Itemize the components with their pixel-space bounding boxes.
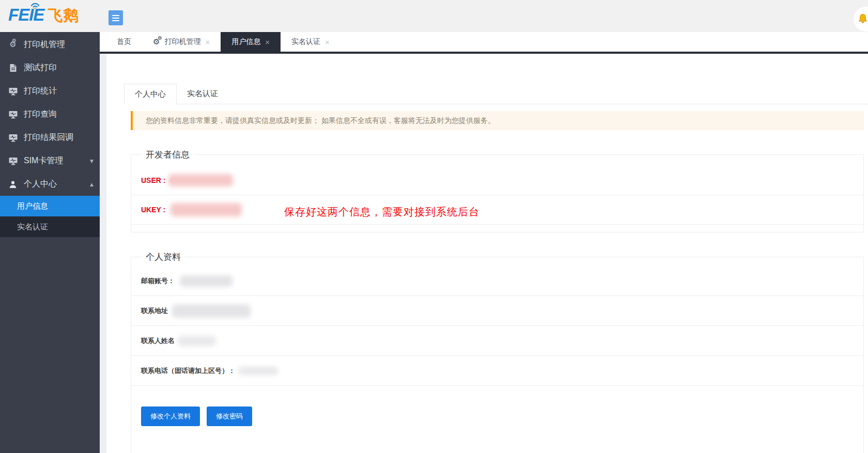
main-area: 首页 ⚙⚙ 打印机管理 × 用户信息 × 实名认证 × <box>100 32 868 453</box>
contact-name-label: 联系人姓名 <box>141 336 175 346</box>
contact-name-row: 联系人姓名 <box>131 326 863 356</box>
sidebar-subitem-user-info[interactable]: 用户信息 <box>0 196 100 216</box>
redacted-address-value <box>172 304 251 318</box>
content-tab-personal-center[interactable]: 个人中心 <box>124 84 177 104</box>
tab-printer-management[interactable]: ⚙⚙ 打印机管理 × <box>142 32 221 52</box>
sidebar-item-printer-management[interactable]: ⚙⚙ 打印机管理 <box>0 33 100 56</box>
sidebar-nav: ⚙⚙ 打印机管理 测试打印 打印统计 打印查询 打印结果回调 <box>0 32 100 453</box>
email-row: 邮箱账号： <box>131 266 863 296</box>
sidebar-item-label: 个人中心 <box>24 179 57 190</box>
bell-icon <box>857 13 868 25</box>
developer-info-section: 开发者信息 USER : 4 UKEY : 保存好这两个信息， <box>131 149 864 232</box>
gears-icon: ⚙⚙ <box>153 38 160 46</box>
ukey-row: UKEY : <box>131 195 863 225</box>
workspace: 个人中心 实名认证 您的资料信息非常重要，请提供真实信息或及时更新； 如果信息不… <box>100 54 868 453</box>
app-header: FEIE 飞鹅 <box>0 0 868 32</box>
sidebar-item-label: 打印机管理 <box>24 39 65 50</box>
content-tab-realname-auth[interactable]: 实名认证 <box>177 84 228 104</box>
redacted-ukey-value <box>171 203 242 216</box>
info-notice-banner: 您的资料信息非常重要，请提供真实信息或及时更新； 如果信息不全或有误，客服将无法… <box>131 111 864 130</box>
wifi-icon <box>30 2 40 9</box>
menu-icon <box>112 15 119 16</box>
redacted-user-value <box>168 174 233 186</box>
content-tab-bar: 个人中心 实名认证 <box>124 84 868 104</box>
sidebar-item-label: 打印查询 <box>24 109 57 120</box>
profile-actions: 修改个人资料 修改密码 <box>141 407 863 453</box>
close-icon[interactable]: × <box>205 38 210 46</box>
sidebar-item-personal-center[interactable]: 个人中心 ▲ <box>0 173 100 196</box>
notice-text: 您的资料信息非常重要，请提供真实信息或及时更新； 如果信息不全或有误，客服将无法… <box>146 116 495 126</box>
sidebar-item-print-callback[interactable]: 打印结果回调 <box>0 126 100 149</box>
edit-profile-button[interactable]: 修改个人资料 <box>141 407 200 426</box>
section-title: 开发者信息 <box>142 149 194 161</box>
phone-label: 联系电话（固话请加上区号）： <box>141 366 235 376</box>
tab-realname-auth[interactable]: 实名认证 × <box>281 32 340 52</box>
sidebar-item-print-stats[interactable]: 打印统计 <box>0 80 100 103</box>
address-row: 联系地址 <box>131 296 863 326</box>
content-panel: 个人中心 实名认证 您的资料信息非常重要，请提供真实信息或及时更新； 如果信息不… <box>106 54 868 453</box>
ukey-label: UKEY : <box>141 206 165 214</box>
sidebar-subitem-realname-auth[interactable]: 实名认证 <box>0 216 100 237</box>
close-icon[interactable]: × <box>325 38 330 46</box>
notification-button[interactable] <box>854 7 868 32</box>
user-icon <box>7 180 19 189</box>
change-password-button[interactable]: 修改密码 <box>207 407 252 426</box>
redacted-contact-name-value <box>178 336 216 346</box>
user-key-row: USER : 4 <box>131 166 863 195</box>
redacted-phone-value <box>238 367 278 375</box>
phone-row: 联系电话（固话请加上区号）： <box>131 356 863 386</box>
document-icon <box>7 64 19 72</box>
sidebar-item-test-print[interactable]: 测试打印 <box>0 56 100 80</box>
sidebar-item-label: SIM卡管理 <box>24 155 63 166</box>
email-label: 邮箱账号： <box>141 276 175 286</box>
sidebar-toggle-button[interactable] <box>109 10 123 25</box>
tab-home[interactable]: 首页 <box>106 32 142 52</box>
sidebar-item-label: 测试打印 <box>24 63 57 73</box>
chevron-down-icon: ▼ <box>90 159 94 164</box>
user-label: USER : <box>141 176 165 184</box>
section-title: 个人资料 <box>142 251 185 263</box>
developer-annotation: 保存好这两个信息，需要对接到系统后台 <box>284 205 479 219</box>
logo-text-cn: 飞鹅 <box>48 8 79 23</box>
sidebar-item-print-query[interactable]: 打印查询 <box>0 103 100 126</box>
close-icon[interactable]: × <box>265 38 270 46</box>
top-tab-bar: 首页 ⚙⚙ 打印机管理 × 用户信息 × 实名认证 × <box>100 32 868 52</box>
monitor-icon <box>7 111 19 119</box>
monitor-icon <box>7 157 19 165</box>
brand-logo[interactable]: FEIE 飞鹅 <box>8 6 79 23</box>
monitor-icon <box>7 134 19 142</box>
chevron-up-icon: ▲ <box>90 182 94 187</box>
sidebar-item-label: 打印统计 <box>24 86 57 97</box>
sidebar-subitem-label: 实名认证 <box>17 222 48 232</box>
personal-profile-section: 个人资料 邮箱账号： 联系地址 联系人姓名 <box>131 251 864 453</box>
sidebar-item-label: 打印结果回调 <box>24 132 73 143</box>
tab-user-info[interactable]: 用户信息 × <box>221 32 281 52</box>
sidebar-item-sim-management[interactable]: SIM卡管理 ▼ <box>0 149 100 173</box>
address-label: 联系地址 <box>141 306 168 316</box>
sidebar-subitem-label: 用户信息 <box>17 201 48 211</box>
gears-icon: ⚙⚙ <box>7 41 19 49</box>
redacted-email-value <box>180 275 233 287</box>
monitor-icon <box>7 87 19 96</box>
